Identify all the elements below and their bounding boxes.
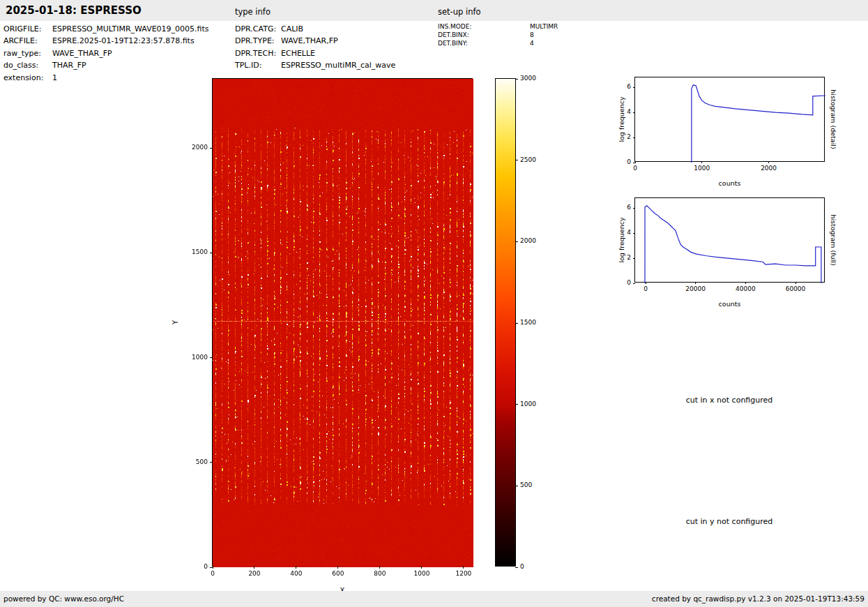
x-tick-mark bbox=[379, 566, 380, 569]
x-tick-label: 0 bbox=[211, 570, 215, 578]
field-label: ARCFILE: bbox=[3, 35, 52, 47]
hist-full-ylabel: log frequency bbox=[618, 217, 625, 262]
type-info-heading: type info bbox=[235, 7, 271, 17]
y-axis-label: Y bbox=[172, 320, 179, 324]
page-title: 2025-01-18: ESPRESSO bbox=[6, 4, 142, 17]
x-tick-mark bbox=[421, 566, 422, 569]
colorbar-tick-mark bbox=[515, 323, 518, 324]
setup-info-row: INS.MODE:MULTIMR bbox=[438, 22, 558, 31]
field-value: 4 bbox=[530, 40, 534, 47]
y-tick-mark bbox=[210, 253, 213, 253]
colorbar-tick-mark bbox=[515, 486, 518, 486]
x-tick-label: 600 bbox=[332, 570, 344, 578]
histogram-detail-plot: log frequency histogram (detail) counts … bbox=[634, 77, 825, 162]
field-label: DPR.CATG: bbox=[235, 23, 281, 35]
field-value: ECHELLE bbox=[281, 49, 315, 58]
cut-y-message: cut in y not configured bbox=[686, 517, 773, 526]
file-info-section: ORIGFILE:ESPRESSO_MULTIMR_WAVE019_0005.f… bbox=[3, 23, 209, 84]
file-info-row: raw_type:WAVE_THAR_FP bbox=[3, 47, 209, 59]
y-tick-label: 1500 bbox=[192, 248, 208, 256]
setup-info-row: DET.BINY:4 bbox=[438, 39, 558, 47]
x-tick-label: 1000 bbox=[694, 165, 710, 172]
colorbar-tick-mark bbox=[515, 241, 518, 242]
hist-detail-ylabel: log frequency bbox=[618, 96, 625, 142]
field-label: DPR.TECH: bbox=[235, 47, 281, 59]
y-tick-mark bbox=[210, 357, 213, 358]
type-info-row: TPL.ID:ESPRESSO_multiMR_cal_wave bbox=[235, 59, 395, 71]
field-value: 8 bbox=[530, 31, 534, 38]
x-tick-label: 0 bbox=[633, 165, 637, 172]
field-label: extension: bbox=[3, 72, 52, 84]
footer-left-text: powered by QC: www.eso.org/HC bbox=[3, 594, 124, 603]
field-value: ESPRESSO_MULTIMR_WAVE019_0005.fits bbox=[52, 24, 209, 33]
field-value: ESPRESSO_multiMR_cal_wave bbox=[281, 61, 395, 70]
footer-bar: powered by QC: www.eso.org/HC created by… bbox=[0, 591, 868, 607]
field-value: ESPRE.2025-01-19T12:23:57.878.fits bbox=[52, 36, 195, 45]
histogram-detail-line bbox=[635, 77, 825, 163]
y-tick-label: 6 bbox=[627, 83, 631, 91]
colorbar-tick-mark bbox=[515, 79, 518, 80]
colorbar-tick-label: 2000 bbox=[520, 237, 536, 245]
hist-full-right-label: histogram (full) bbox=[830, 214, 837, 265]
x-tick-label: 60000 bbox=[786, 285, 806, 293]
hist-detail-xlabel: counts bbox=[719, 179, 741, 187]
x-tick-label: 400 bbox=[290, 570, 302, 578]
y-tick-label: 2 bbox=[627, 254, 631, 262]
file-info-row: extension:1 bbox=[3, 72, 209, 84]
x-tick-label: 1000 bbox=[413, 570, 429, 578]
colorbar-tick-label: 3000 bbox=[520, 75, 536, 82]
y-tick-label: 2000 bbox=[192, 144, 208, 151]
y-tick-label: 4 bbox=[627, 229, 631, 237]
field-label: DPR.TYPE: bbox=[235, 35, 281, 47]
setup-info-row: DET.BINX:8 bbox=[438, 31, 558, 39]
y-tick-mark bbox=[210, 148, 213, 149]
field-label: do_class: bbox=[3, 59, 52, 71]
y-tick-mark bbox=[210, 567, 213, 568]
x-tick-label: 40000 bbox=[736, 285, 756, 293]
colorbar-tick-mark bbox=[515, 160, 518, 160]
x-tick-mark bbox=[254, 566, 254, 569]
colorbar: 050010001500200025003000 bbox=[495, 78, 516, 567]
x-tick-mark bbox=[337, 566, 338, 569]
field-value: MULTIMR bbox=[530, 23, 558, 30]
y-tick-label: 0 bbox=[627, 158, 631, 166]
histogram-full-path bbox=[645, 206, 821, 283]
field-value: WAVE_THAR_FP bbox=[52, 49, 112, 58]
hist-detail-right-label: histogram (detail) bbox=[830, 89, 837, 149]
field-value: WAVE,THAR,FP bbox=[281, 36, 338, 45]
colorbar-tick-mark bbox=[515, 567, 518, 568]
colorbar-tick-label: 1500 bbox=[520, 319, 536, 327]
histogram-detail-path bbox=[692, 85, 825, 163]
histogram-full-line bbox=[635, 198, 825, 283]
field-label: TPL.ID: bbox=[235, 59, 281, 71]
colorbar-tick-label: 0 bbox=[520, 563, 524, 571]
histogram-full-plot: log frequency histogram (full) counts 02… bbox=[634, 197, 825, 283]
x-tick-label: 200 bbox=[248, 570, 260, 578]
setup-info-section: INS.MODE:MULTIMR DET.BINX:8 DET.BINY:4 bbox=[438, 22, 558, 47]
y-tick-mark bbox=[210, 462, 213, 463]
field-label: ORIGFILE: bbox=[3, 23, 52, 35]
header-bar: 2025-01-18: ESPRESSO type info set-up in… bbox=[0, 0, 868, 21]
cut-x-message: cut in x not configured bbox=[686, 396, 773, 405]
file-info-row: ORIGFILE:ESPRESSO_MULTIMR_WAVE019_0005.f… bbox=[3, 23, 209, 35]
setup-info-heading: set-up info bbox=[438, 7, 481, 17]
colorbar-tick-label: 2500 bbox=[520, 156, 536, 164]
file-info-row: ARCFILE:ESPRE.2025-01-19T12:23:57.878.fi… bbox=[3, 35, 209, 47]
type-info-section: DPR.CATG:CALIB DPR.TYPE:WAVE,THAR,FP DPR… bbox=[235, 23, 395, 72]
x-tick-label: 20000 bbox=[685, 285, 706, 293]
y-tick-label: 0 bbox=[627, 279, 631, 287]
field-value: CALIB bbox=[281, 24, 303, 33]
y-tick-label: 4 bbox=[627, 108, 631, 116]
type-info-row: DPR.CATG:CALIB bbox=[235, 23, 395, 35]
x-tick-mark bbox=[463, 566, 464, 569]
y-tick-label: 0 bbox=[204, 563, 208, 571]
type-info-row: DPR.TECH:ECHELLE bbox=[235, 47, 395, 59]
field-label: DET.BINY: bbox=[438, 39, 530, 47]
y-tick-label: 6 bbox=[627, 204, 631, 211]
x-tick-label: 2000 bbox=[761, 165, 777, 172]
hist-full-xlabel: counts bbox=[719, 300, 741, 308]
x-tick-label: 1200 bbox=[455, 570, 471, 578]
colorbar-tick-mark bbox=[515, 404, 518, 405]
x-tick-mark bbox=[296, 566, 296, 569]
field-label: DET.BINX: bbox=[438, 31, 530, 39]
